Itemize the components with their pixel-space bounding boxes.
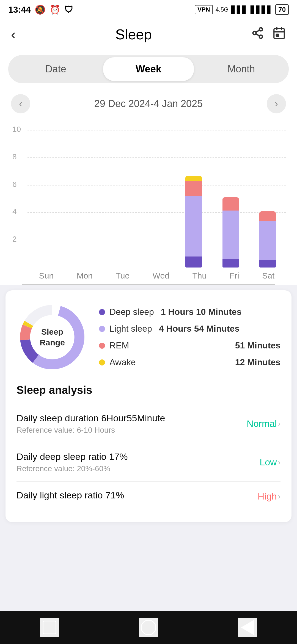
rem-label: REM bbox=[109, 340, 129, 351]
deep-sleep-label: Deep sleep bbox=[109, 307, 156, 317]
analysis-duration-ref: Reference value: 6-10 Hours bbox=[16, 426, 165, 435]
chart-container: 10 8 6 4 2 bbox=[11, 130, 286, 284]
x-label-tue: Tue bbox=[116, 271, 130, 280]
bar-tue bbox=[112, 130, 128, 268]
nav-home-button[interactable] bbox=[139, 618, 158, 637]
legend-deep-sleep: Deep sleep 1 Hours 10 Minutes bbox=[99, 307, 280, 317]
thu-rem bbox=[185, 181, 202, 196]
fri-light bbox=[222, 211, 239, 259]
chart-bars bbox=[28, 130, 286, 268]
thu-deep bbox=[185, 256, 202, 268]
legend-rem: REM 51 Minutes bbox=[99, 340, 280, 351]
page-title: Sleep bbox=[115, 26, 152, 43]
deep-sleep-value: 1 Hours 10 Minutes bbox=[161, 307, 241, 317]
bar-sat bbox=[259, 130, 276, 268]
bar-stack-fri bbox=[222, 197, 239, 268]
deep-sleep-dot bbox=[99, 309, 105, 315]
deep-chevron: › bbox=[278, 458, 280, 467]
analysis-duration-name: Daily sleep duration 6Hour55Minute bbox=[16, 413, 165, 424]
analysis-title: Sleep analysis bbox=[16, 384, 280, 396]
date-range: 29 Dec 2024-4 Jan 2025 bbox=[94, 98, 203, 110]
fri-rem bbox=[222, 197, 239, 211]
svg-line-4 bbox=[256, 30, 259, 32]
sleep-legend: Deep sleep 1 Hours 10 Minutes Light slee… bbox=[99, 307, 280, 367]
analysis-item-duration-left: Daily sleep duration 6Hour55Minute Refer… bbox=[16, 413, 165, 435]
duration-chevron: › bbox=[278, 419, 280, 428]
header-actions bbox=[251, 26, 286, 43]
prev-date-button[interactable]: ‹ bbox=[11, 94, 30, 113]
tab-month[interactable]: Month bbox=[196, 57, 287, 81]
awake-label: Awake bbox=[109, 357, 136, 367]
header: ‹ Sleep bbox=[0, 19, 297, 50]
fri-deep bbox=[222, 259, 239, 268]
sleep-card: SleepRange Deep sleep 1 Hours 10 Minutes… bbox=[6, 290, 292, 522]
deep-status-label: Low bbox=[260, 457, 277, 468]
sat-deep bbox=[259, 260, 276, 268]
x-label-wed: Wed bbox=[153, 271, 169, 280]
analysis-item-duration[interactable]: Daily sleep duration 6Hour55Minute Refer… bbox=[16, 405, 280, 443]
shield-icon: 🛡 bbox=[64, 5, 73, 15]
light-sleep-label: Light sleep bbox=[109, 324, 155, 334]
date-navigation: ‹ 29 Dec 2024-4 Jan 2025 › bbox=[0, 89, 297, 122]
sat-light bbox=[259, 221, 276, 260]
tab-inner: Date Week Month bbox=[8, 55, 289, 83]
awake-dot bbox=[99, 359, 105, 365]
bar-mon bbox=[75, 130, 91, 268]
next-date-button[interactable]: › bbox=[267, 94, 286, 113]
x-label-sun: Sun bbox=[39, 271, 54, 280]
thu-light bbox=[185, 196, 202, 256]
analysis-deep-ref: Reference value: 20%-60% bbox=[16, 464, 128, 473]
svg-rect-5 bbox=[274, 28, 284, 39]
analysis-light-name: Daily light sleep ratio 71% bbox=[16, 490, 124, 501]
nav-spacer bbox=[0, 528, 297, 566]
analysis-deep-status: Low › bbox=[260, 457, 280, 468]
bar-sun bbox=[38, 130, 54, 268]
chart-x-labels: Sun Mon Tue Wed Thu Fri Sat bbox=[28, 268, 286, 284]
battery: 70 bbox=[275, 4, 289, 15]
analysis-duration-status: Normal › bbox=[247, 418, 280, 429]
tab-switcher: Date Week Month bbox=[0, 50, 297, 89]
analysis-item-light[interactable]: Daily light sleep ratio 71% High › bbox=[16, 482, 280, 511]
sat-rem bbox=[259, 211, 276, 221]
nav-bar bbox=[0, 611, 297, 644]
nav-square-icon bbox=[43, 621, 56, 634]
nav-circle-icon bbox=[141, 620, 156, 635]
duration-status-label: Normal bbox=[247, 418, 277, 429]
analysis-item-deep-left: Daily deep sleep ratio 17% Reference val… bbox=[16, 451, 128, 473]
svg-line-3 bbox=[256, 34, 259, 36]
y-label-10: 10 bbox=[12, 125, 21, 134]
mute-icon: 🔕 bbox=[35, 4, 46, 15]
share-button[interactable] bbox=[251, 27, 264, 42]
rem-dot bbox=[99, 343, 105, 349]
network-label: 4.5G bbox=[216, 6, 229, 13]
time: 13:44 bbox=[8, 5, 31, 15]
calendar-button[interactable] bbox=[272, 26, 286, 43]
analysis-item-deep[interactable]: Daily deep sleep ratio 17% Reference val… bbox=[16, 443, 280, 482]
status-left: 13:44 🔕 ⏰ 🛡 bbox=[8, 4, 73, 15]
light-status-label: High bbox=[258, 491, 277, 502]
vpn-label: VPN bbox=[195, 5, 213, 14]
nav-back-button[interactable] bbox=[238, 618, 257, 637]
analysis-deep-name: Daily deep sleep ratio 17% bbox=[16, 451, 128, 462]
awake-value: 12 Minutes bbox=[235, 357, 280, 367]
nav-triangle-icon bbox=[241, 620, 254, 635]
light-sleep-value: 4 Hours 54 Minutes bbox=[159, 324, 240, 334]
signal-icon: ▋▋▋ bbox=[231, 6, 248, 14]
y-label-6: 6 bbox=[12, 180, 17, 189]
y-label-2: 2 bbox=[12, 235, 17, 244]
back-button[interactable]: ‹ bbox=[11, 26, 16, 43]
legend-awake: Awake 12 Minutes bbox=[99, 357, 280, 367]
legend-light-sleep: Light sleep 4 Hours 54 Minutes bbox=[99, 324, 280, 334]
tab-week[interactable]: Week bbox=[103, 57, 194, 81]
analysis-item-light-left: Daily light sleep ratio 71% bbox=[16, 490, 124, 503]
tab-date[interactable]: Date bbox=[10, 57, 101, 81]
x-label-fri: Fri bbox=[230, 271, 239, 280]
nav-square-button[interactable] bbox=[40, 618, 59, 637]
alarm-icon: ⏰ bbox=[50, 4, 61, 15]
bar-wed bbox=[148, 130, 165, 268]
y-label-8: 8 bbox=[12, 152, 17, 161]
sleep-chart: 10 8 6 4 2 bbox=[0, 122, 297, 285]
x-label-mon: Mon bbox=[77, 271, 93, 280]
bar-stack-sat bbox=[259, 211, 276, 268]
rem-value: 51 Minutes bbox=[235, 340, 280, 351]
